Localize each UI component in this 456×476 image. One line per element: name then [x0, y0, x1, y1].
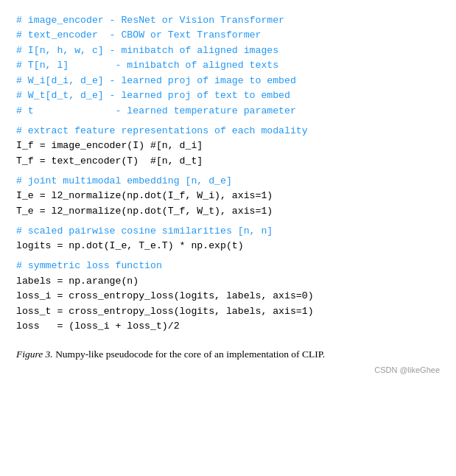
code-comment-line: # text_encoder - CBOW or Text Transforme…: [16, 28, 440, 43]
caption-text: Numpy-like pseudocode for the core of an…: [53, 349, 325, 360]
code-normal-line: logits = np.dot(I_e, T_e.T) * np.exp(t): [16, 239, 440, 253]
page-container: # image_encoder - ResNet or Vision Trans…: [0, 0, 456, 476]
code-blank-line: [16, 119, 440, 124]
code-normal-line: I_f = image_encoder(I) #[n, d_i]: [16, 139, 440, 153]
code-normal-line: T_e = l2_normalize(np.dot(T_f, W_t), axi…: [16, 204, 440, 219]
code-comment-line: # W_t[d_t, d_e] - learned proj of text t…: [16, 88, 440, 103]
code-comment-line: # t - learned temperature parameter: [16, 104, 440, 119]
code-normal-line: loss_i = cross_entropy_loss(logits, labe…: [16, 289, 440, 304]
code-blank-line: [16, 169, 440, 174]
code-normal-line: labels = np.arange(n): [16, 274, 440, 289]
figure-label: Figure 3.: [16, 349, 53, 360]
watermark: CSDN @likeGhee: [16, 365, 440, 374]
code-comment-line: # scaled pairwise cosine similarities [n…: [16, 224, 440, 239]
code-blank-line: [16, 219, 440, 224]
code-normal-line: loss_t = cross_entropy_loss(logits, labe…: [16, 304, 440, 319]
code-comment-line: # symmetric loss function: [16, 259, 440, 273]
code-normal-line: I_e = l2_normalize(np.dot(I_f, W_i), axi…: [16, 189, 440, 203]
code-comment-line: # T[n, l] - minibatch of aligned texts: [16, 58, 440, 73]
code-block: # image_encoder - ResNet or Vision Trans…: [16, 13, 440, 334]
figure-caption: Figure 3. Numpy-like pseudocode for the …: [16, 347, 429, 362]
code-normal-line: T_f = text_encoder(T) #[n, d_t]: [16, 154, 440, 169]
code-comment-line: # W_i[d_i, d_e] - learned proj of image …: [16, 74, 440, 88]
code-normal-line: loss = (loss_i + loss_t)/2: [16, 319, 440, 334]
code-comment-line: # image_encoder - ResNet or Vision Trans…: [16, 13, 440, 28]
code-comment-line: # joint multimodal embedding [n, d_e]: [16, 174, 440, 189]
code-comment-line: # extract feature representations of eac…: [16, 124, 440, 139]
code-comment-line: # I[n, h, w, c] - minibatch of aligned i…: [16, 43, 440, 58]
code-blank-line: [16, 254, 440, 259]
